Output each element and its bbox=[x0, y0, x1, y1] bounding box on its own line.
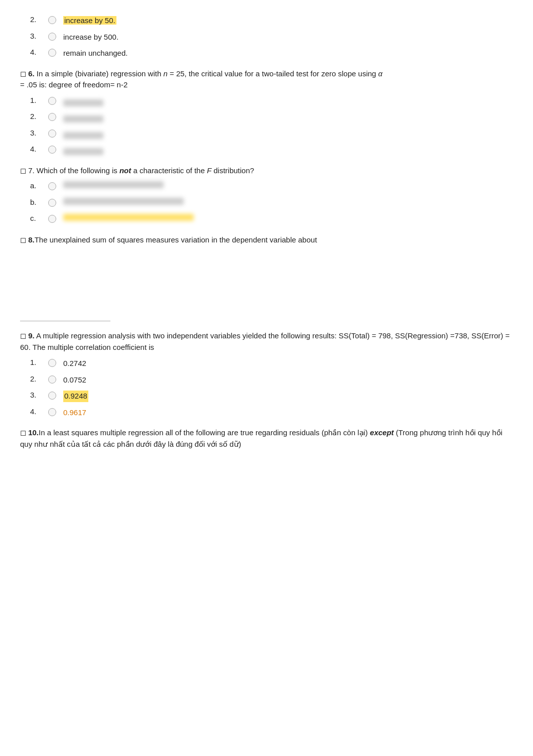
q9-option-2: 2. 0.0752 bbox=[30, 374, 513, 386]
q6-options-list: 1. 2. 3. 4. bbox=[20, 96, 513, 156]
question-6-text: ◻ 6. In a simple (bivariate) regression … bbox=[20, 68, 513, 91]
q6-text2: = 25, the critical value for a two-taile… bbox=[168, 69, 378, 78]
q8-text: The unexplained sum of squares measures … bbox=[35, 235, 317, 244]
q9-options-list: 1. 0.2742 2. 0.0752 3. 0.9248 4. 0.9617 bbox=[20, 358, 513, 418]
q6-option-1: 1. bbox=[30, 96, 513, 107]
radio-4[interactable] bbox=[48, 49, 56, 57]
question-6-section: ◻ 6. In a simple (bivariate) regression … bbox=[20, 68, 513, 156]
options-list-top: 2. increase by 50. 3. increase by 500. 4… bbox=[20, 15, 513, 59]
question-9-text: ◻ 9. A multiple regression analysis with… bbox=[20, 330, 513, 353]
highlight-increase-50: increase by 50. bbox=[63, 16, 116, 25]
question-9-section: ◻ 9. A multiple regression analysis with… bbox=[20, 330, 513, 418]
q9-bold: 9. bbox=[28, 331, 35, 340]
q7-not: not bbox=[119, 166, 131, 175]
question-8-text: ◻ 8.The unexplained sum of squares measu… bbox=[20, 234, 513, 246]
q6-blurred-1 bbox=[63, 99, 103, 106]
q7-opt-text-c bbox=[63, 214, 194, 225]
q9-opt-num-1: 1. bbox=[30, 358, 41, 366]
q6-option-4: 4. bbox=[30, 145, 513, 156]
q6-opt-num-2: 2. bbox=[30, 112, 41, 120]
option-num-2: 2. bbox=[30, 15, 41, 24]
q6-text1: In a simple (bivariate) regression with bbox=[35, 69, 164, 78]
q7-option-b: b. bbox=[30, 198, 513, 209]
question-7-section: ◻ 7. Which of the following is not a cha… bbox=[20, 165, 513, 225]
q8-spacer bbox=[20, 250, 513, 321]
q6-opt-text-3 bbox=[63, 129, 103, 140]
q6-opt-num-3: 3. bbox=[30, 129, 41, 137]
question-7-text: ◻ 7. Which of the following is not a cha… bbox=[20, 165, 513, 177]
q9-opt-num-2: 2. bbox=[30, 374, 41, 383]
q8-prefix: ◻ bbox=[20, 235, 28, 244]
q6-radio-1[interactable] bbox=[48, 97, 56, 105]
q9-radio-3[interactable] bbox=[48, 392, 56, 400]
q7-option-a: a. bbox=[30, 181, 513, 193]
q6-radio-2[interactable] bbox=[48, 113, 56, 121]
q10-text1: In a least squares multiple regression a… bbox=[39, 428, 370, 437]
option-num-4: 4. bbox=[30, 48, 41, 56]
q6-blurred-4 bbox=[63, 148, 103, 155]
q7-opt-num-b: b. bbox=[30, 198, 41, 206]
q7-opt-text-b bbox=[63, 198, 184, 209]
option-text-2: increase by 50. bbox=[63, 15, 116, 27]
q6-radio-3[interactable] bbox=[48, 130, 56, 138]
q7-opt-num-a: a. bbox=[30, 181, 41, 190]
option-4: 4. remain unchanged. bbox=[30, 48, 513, 59]
q6-bold: 6. bbox=[28, 69, 35, 78]
q6-prefix: ◻ bbox=[20, 69, 28, 78]
radio-2[interactable] bbox=[48, 16, 56, 24]
q7-radio-b[interactable] bbox=[48, 199, 56, 207]
q7-radio-c[interactable] bbox=[48, 215, 56, 223]
q7-options-list: a. b. c. bbox=[20, 181, 513, 225]
q6-radio-4[interactable] bbox=[48, 146, 56, 154]
q9-opt-text-3: 0.9248 bbox=[63, 391, 88, 402]
q8-bold: 8. bbox=[28, 235, 35, 244]
q9-prefix: ◻ bbox=[20, 331, 28, 340]
q7-text3: distribution? bbox=[211, 166, 254, 175]
q7-opt-num-c: c. bbox=[30, 214, 41, 222]
q6-text3: = .05 is: degree of freedom= n-2 bbox=[20, 80, 127, 89]
q9-radio-4[interactable] bbox=[48, 408, 56, 416]
q7-option-c: c. bbox=[30, 214, 513, 225]
question-8-section: ◻ 8.The unexplained sum of squares measu… bbox=[20, 234, 513, 322]
q6-opt-text-4 bbox=[63, 145, 103, 156]
q9-radio-1[interactable] bbox=[48, 359, 56, 367]
q7-blurred-a bbox=[63, 181, 164, 188]
q9-opt-text-2: 0.0752 bbox=[63, 374, 86, 386]
option-num-3: 3. bbox=[30, 32, 41, 40]
radio-3[interactable] bbox=[48, 33, 56, 41]
q7-text2: a characteristic of the bbox=[131, 166, 207, 175]
q6-option-3: 3. bbox=[30, 129, 513, 140]
q6-blurred-3 bbox=[63, 132, 103, 139]
q7-text1: Which of the following is bbox=[35, 166, 119, 175]
q6-opt-num-1: 1. bbox=[30, 96, 41, 104]
q7-opt-text-a bbox=[63, 181, 164, 193]
option-2: 2. increase by 50. bbox=[30, 15, 513, 27]
q9-opt-text-4: 0.9617 bbox=[63, 407, 86, 419]
option-3: 3. increase by 500. bbox=[30, 32, 513, 43]
q9-opt-num-4: 4. bbox=[30, 407, 41, 416]
q6-opt-text-1 bbox=[63, 96, 103, 107]
q6-alpha: α bbox=[378, 69, 383, 78]
q7-F: F bbox=[207, 166, 211, 175]
q9-opt-text-1: 0.2742 bbox=[63, 358, 86, 369]
q7-prefix: ◻ bbox=[20, 166, 28, 175]
q9-text: A multiple regression analysis with two … bbox=[20, 331, 509, 351]
q9-radio-2[interactable] bbox=[48, 375, 56, 384]
q7-radio-a[interactable] bbox=[48, 182, 56, 190]
q7-blurred-c-highlight bbox=[63, 214, 194, 221]
question-10-text: ◻ 10.In a least squares multiple regress… bbox=[20, 427, 513, 450]
options-top-section: 2. increase by 50. 3. increase by 500. 4… bbox=[20, 15, 513, 59]
q6-opt-num-4: 4. bbox=[30, 145, 41, 153]
q9-opt-num-3: 3. bbox=[30, 391, 41, 399]
q9-option-1: 1. 0.2742 bbox=[30, 358, 513, 369]
q6-option-2: 2. bbox=[30, 112, 513, 123]
q9-option-4: 4. 0.9617 bbox=[30, 407, 513, 419]
q10-prefix: ◻ bbox=[20, 428, 28, 437]
q9-option-3: 3. 0.9248 bbox=[30, 391, 513, 402]
q7-blurred-b bbox=[63, 198, 184, 205]
question-10-section: ◻ 10.In a least squares multiple regress… bbox=[20, 427, 513, 450]
q7-number: 7. bbox=[28, 166, 35, 175]
q6-opt-text-2 bbox=[63, 112, 103, 123]
option-text-3: increase by 500. bbox=[63, 32, 118, 43]
option-text-4: remain unchanged. bbox=[63, 48, 127, 59]
